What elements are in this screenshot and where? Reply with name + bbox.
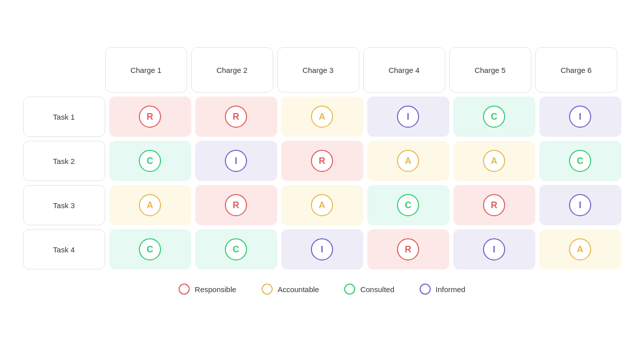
cell-r3-c3: A	[281, 185, 363, 225]
header-cell-4: Charge 4	[363, 47, 445, 93]
legend-circle-r	[179, 284, 190, 295]
badge-r3-c2: R	[225, 194, 247, 216]
data-row-3: Task 3ARACRI	[21, 183, 623, 227]
cell-r4-c1: C	[109, 229, 191, 269]
badge-r2-c1: C	[139, 150, 161, 172]
cell-r2-c2: I	[195, 141, 277, 181]
badge-r4-c5: I	[483, 238, 505, 260]
data-row-1: Task 1RRAICI	[21, 95, 623, 139]
cell-r2-c1: C	[109, 141, 191, 181]
badge-r1-c3: A	[311, 106, 333, 128]
badge-r3-c5: R	[483, 194, 505, 216]
task-label-3: Task 3	[23, 185, 105, 225]
badge-r1-c4: I	[397, 106, 419, 128]
badge-r1-c1: R	[139, 106, 161, 128]
badge-r3-c3: A	[311, 194, 333, 216]
cell-r3-c1: A	[109, 185, 191, 225]
task-label-4: Task 4	[23, 229, 105, 269]
task-label-1: Task 1	[23, 97, 105, 137]
header-cell-2: Charge 2	[191, 47, 273, 93]
cell-r1-c3: A	[281, 97, 363, 137]
badge-r3-c1: A	[139, 194, 161, 216]
cell-r4-c5: I	[453, 229, 535, 269]
cell-r1-c5: C	[453, 97, 535, 137]
header-cell-5: Charge 5	[449, 47, 531, 93]
cell-r1-c1: R	[109, 97, 191, 137]
cell-r3-c4: C	[367, 185, 449, 225]
cell-r2-c3: R	[281, 141, 363, 181]
legend-row: ResponsibleAccountableConsultedInformed	[179, 284, 465, 295]
cell-r1-c4: I	[367, 97, 449, 137]
header-row: Charge 1Charge 2Charge 3Charge 4Charge 5…	[103, 45, 623, 95]
badge-r1-c5: C	[483, 106, 505, 128]
header-cell-1: Charge 1	[105, 47, 187, 93]
matrix-container: Charge 1Charge 2Charge 3Charge 4Charge 5…	[21, 45, 623, 272]
legend-item-a: Accountable	[262, 284, 319, 295]
cell-r4-c2: C	[195, 229, 277, 269]
cell-r1-c6: I	[539, 97, 621, 137]
header-cell-6: Charge 6	[535, 47, 617, 93]
legend-label-a: Accountable	[278, 285, 319, 294]
legend-label-i: Informed	[436, 285, 465, 294]
badge-r3-c4: C	[397, 194, 419, 216]
badge-r2-c6: C	[569, 150, 591, 172]
cell-r3-c6: I	[539, 185, 621, 225]
legend-label-c: Consulted	[360, 285, 394, 294]
legend-item-r: Responsible	[179, 284, 236, 295]
cell-r1-c2: R	[195, 97, 277, 137]
badge-r1-c2: R	[225, 106, 247, 128]
cell-r4-c3: I	[281, 229, 363, 269]
badge-r1-c6: I	[569, 106, 591, 128]
cell-r2-c5: A	[453, 141, 535, 181]
legend-circle-i	[420, 284, 431, 295]
badge-r2-c4: A	[397, 150, 419, 172]
badge-r4-c6: A	[569, 238, 591, 260]
cell-r3-c5: R	[453, 185, 535, 225]
header-cell-3: Charge 3	[277, 47, 359, 93]
badge-r2-c2: I	[225, 150, 247, 172]
legend-label-r: Responsible	[195, 285, 236, 294]
badge-r4-c3: I	[311, 238, 333, 260]
data-row-4: Task 4CCIRIA	[21, 227, 623, 272]
badge-r4-c2: C	[225, 238, 247, 260]
badge-r4-c4: R	[397, 238, 419, 260]
legend-circle-a	[262, 284, 273, 295]
cell-r4-c6: A	[539, 229, 621, 269]
task-label-2: Task 2	[23, 141, 105, 181]
cell-r2-c6: C	[539, 141, 621, 181]
badge-r3-c6: I	[569, 194, 591, 216]
badge-r2-c3: R	[311, 150, 333, 172]
cell-r2-c4: A	[367, 141, 449, 181]
cell-r4-c4: R	[367, 229, 449, 269]
cell-r3-c2: R	[195, 185, 277, 225]
data-row-2: Task 2CIRAAC	[21, 139, 623, 183]
badge-r4-c1: C	[139, 238, 161, 260]
legend-item-i: Informed	[420, 284, 465, 295]
legend-item-c: Consulted	[344, 284, 394, 295]
badge-r2-c5: A	[483, 150, 505, 172]
legend-circle-c	[344, 284, 355, 295]
